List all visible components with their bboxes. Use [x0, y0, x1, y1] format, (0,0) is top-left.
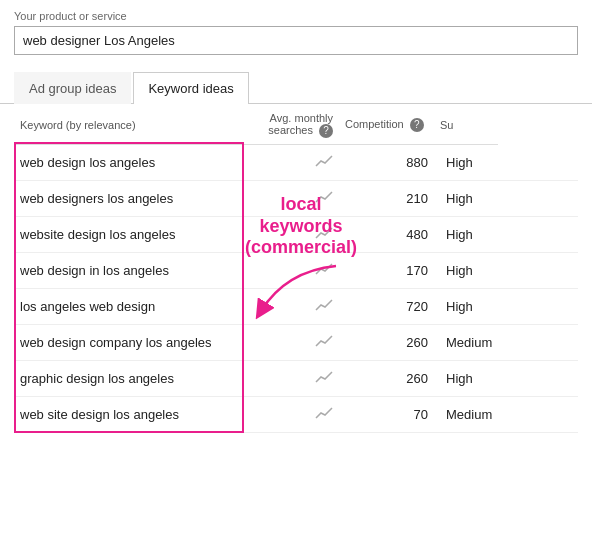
- product-input[interactable]: [14, 26, 578, 55]
- help-icon-competition[interactable]: ?: [410, 118, 424, 132]
- cell-searches: 880: [339, 145, 434, 181]
- cell-keyword: website design los angeles: [14, 217, 249, 253]
- annotation-line2: keywords: [245, 216, 357, 238]
- annotation-line3: (commercial): [245, 237, 357, 259]
- cell-suggested: [498, 253, 578, 289]
- cell-keyword: graphic design los angeles: [14, 361, 249, 397]
- cell-trend: [249, 145, 339, 181]
- cell-competition: Medium: [434, 397, 498, 433]
- col-competition: Competition ?: [339, 104, 434, 145]
- cell-suggested: [498, 217, 578, 253]
- cell-searches: 260: [339, 361, 434, 397]
- cell-competition: Medium: [434, 325, 498, 361]
- table-container: local keywords (commercial) Keyword (by …: [0, 104, 592, 433]
- cell-suggested: [498, 181, 578, 217]
- table-row: web design los angeles880High: [14, 145, 578, 181]
- col-avg-monthly: Avg. monthly searches ?: [249, 104, 339, 145]
- col-keyword: Keyword (by relevance): [14, 104, 249, 145]
- cell-keyword: web design in los angeles: [14, 253, 249, 289]
- cell-suggested: [498, 289, 578, 325]
- cell-keyword: web design los angeles: [14, 145, 249, 181]
- cell-competition: High: [434, 253, 498, 289]
- cell-suggested: [498, 145, 578, 181]
- tabs: Ad group ideas Keyword ideas: [0, 71, 592, 104]
- cell-searches: 260: [339, 325, 434, 361]
- cell-suggested: [498, 361, 578, 397]
- annotation: local keywords (commercial): [245, 194, 357, 321]
- cell-competition: High: [434, 145, 498, 181]
- help-icon-avg[interactable]: ?: [319, 124, 333, 138]
- table-row: web site design los angeles70Medium: [14, 397, 578, 433]
- tab-ad-group-ideas[interactable]: Ad group ideas: [14, 72, 131, 104]
- table-row: graphic design los angeles260High: [14, 361, 578, 397]
- cell-trend: [249, 361, 339, 397]
- col-suggested-bid: Su: [434, 104, 498, 145]
- cell-keyword: web site design los angeles: [14, 397, 249, 433]
- cell-keyword: web design company los angeles: [14, 325, 249, 361]
- table-row: web design company los angeles260Medium: [14, 325, 578, 361]
- tab-keyword-ideas[interactable]: Keyword ideas: [133, 72, 248, 104]
- cell-keyword: web designers los angeles: [14, 181, 249, 217]
- cell-trend: [249, 325, 339, 361]
- cell-competition: High: [434, 217, 498, 253]
- cell-searches: 70: [339, 397, 434, 433]
- annotation-line1: local: [245, 194, 357, 216]
- product-label: Your product or service: [14, 10, 578, 22]
- cell-competition: High: [434, 361, 498, 397]
- cell-keyword: los angeles web design: [14, 289, 249, 325]
- cell-suggested: [498, 325, 578, 361]
- cell-competition: High: [434, 289, 498, 325]
- cell-trend: [249, 397, 339, 433]
- cell-competition: High: [434, 181, 498, 217]
- cell-suggested: [498, 397, 578, 433]
